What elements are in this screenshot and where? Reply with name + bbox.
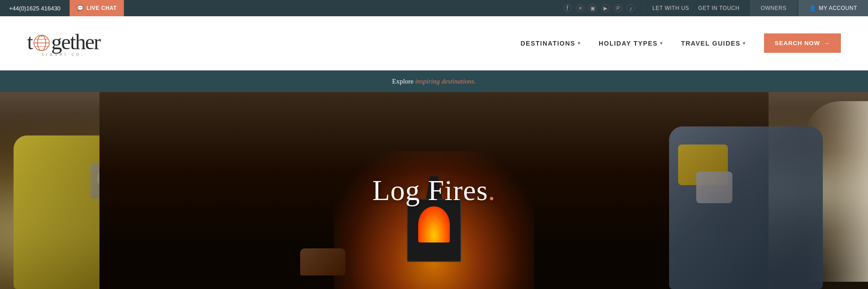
search-now-button[interactable]: SEARCH NOW → xyxy=(764,33,841,53)
nav-item-destinations[interactable]: DESTINATIONS ▾ xyxy=(520,40,580,47)
twitter-x-icon[interactable]: ✕ xyxy=(576,4,584,12)
destinations-chevron: ▾ xyxy=(578,41,581,46)
chat-icon: 💬 xyxy=(77,5,84,11)
top-bar-right: f ✕ ▣ ▶ P ♪ LET WITH US GET IN TOUCH OWN… xyxy=(556,0,868,16)
nav-bar: t gether travel co. DESTINATIONS ▾ HOLID… xyxy=(0,16,868,70)
logo-globe-icon xyxy=(33,34,50,51)
top-bar-links: LET WITH US GET IN TOUCH xyxy=(643,5,749,11)
holiday-types-label: HOLIDAY TYPES xyxy=(599,40,658,47)
banner-bar: Explore inspiring destinations. xyxy=(0,70,868,92)
live-chat-label: LIVE CHAT xyxy=(86,5,117,11)
owners-button[interactable]: OWNERS xyxy=(750,0,797,16)
hero-chair-right xyxy=(669,126,823,289)
banner-prefix: Explore xyxy=(392,78,415,85)
my-account-button[interactable]: 👤 MY ACCOUNT xyxy=(798,0,868,16)
svg-point-5 xyxy=(41,35,42,37)
banner-text: Explore inspiring destinations. xyxy=(392,78,476,85)
travel-guides-chevron: ▾ xyxy=(743,41,746,46)
fire-window xyxy=(418,206,450,242)
facebook-icon[interactable]: f xyxy=(563,4,571,12)
logo-text-gether: gether xyxy=(51,29,100,54)
hero-title-text: Log Fires xyxy=(372,174,488,206)
logo-text-t: t xyxy=(27,29,32,54)
stove-body xyxy=(407,199,461,262)
owners-label: OWNERS xyxy=(761,5,787,11)
live-chat-button[interactable]: 💬 LIVE CHAT xyxy=(70,0,124,16)
top-bar-left: +44(0)1625 416430 💬 LIVE CHAT xyxy=(0,0,124,16)
banner-highlight: inspiring destinations. xyxy=(415,78,476,85)
holiday-types-chevron: ▾ xyxy=(660,41,663,46)
top-bar: +44(0)1625 416430 💬 LIVE CHAT f ✕ ▣ ▶ P … xyxy=(0,0,868,16)
search-now-arrow: → xyxy=(824,40,830,47)
get-in-touch-link[interactable]: GET IN TOUCH xyxy=(698,5,739,11)
pinterest-icon[interactable]: P xyxy=(614,4,622,12)
hero-section: Log Fires. xyxy=(0,92,868,289)
user-icon: 👤 xyxy=(809,5,816,11)
hero-title: Log Fires. xyxy=(372,174,495,207)
nav-item-travel-guides[interactable]: TRAVEL GUIDES ▾ xyxy=(681,40,745,47)
cushion-right-grey xyxy=(696,172,732,203)
search-now-label: SEARCH NOW xyxy=(775,40,820,47)
social-icons: f ✕ ▣ ▶ P ♪ xyxy=(556,4,642,12)
nav-item-holiday-types[interactable]: HOLIDAY TYPES ▾ xyxy=(599,40,663,47)
instagram-icon[interactable]: ▣ xyxy=(589,4,597,12)
hero-title-dot: . xyxy=(488,174,496,206)
logo[interactable]: t gether travel co. xyxy=(27,29,100,57)
destinations-label: DESTINATIONS xyxy=(520,40,575,47)
tiktok-icon[interactable]: ♪ xyxy=(627,4,635,12)
hero-text-overlay: Log Fires. xyxy=(372,174,495,207)
phone-number[interactable]: +44(0)1625 416430 xyxy=(0,0,70,16)
wicker-basket xyxy=(300,248,345,275)
let-with-us-link[interactable]: LET WITH US xyxy=(652,5,689,11)
nav-links: DESTINATIONS ▾ HOLIDAY TYPES ▾ TRAVEL GU… xyxy=(520,33,841,53)
youtube-icon[interactable]: ▶ xyxy=(601,4,609,12)
travel-guides-label: TRAVEL GUIDES xyxy=(681,40,741,47)
my-account-label: MY ACCOUNT xyxy=(819,5,857,11)
